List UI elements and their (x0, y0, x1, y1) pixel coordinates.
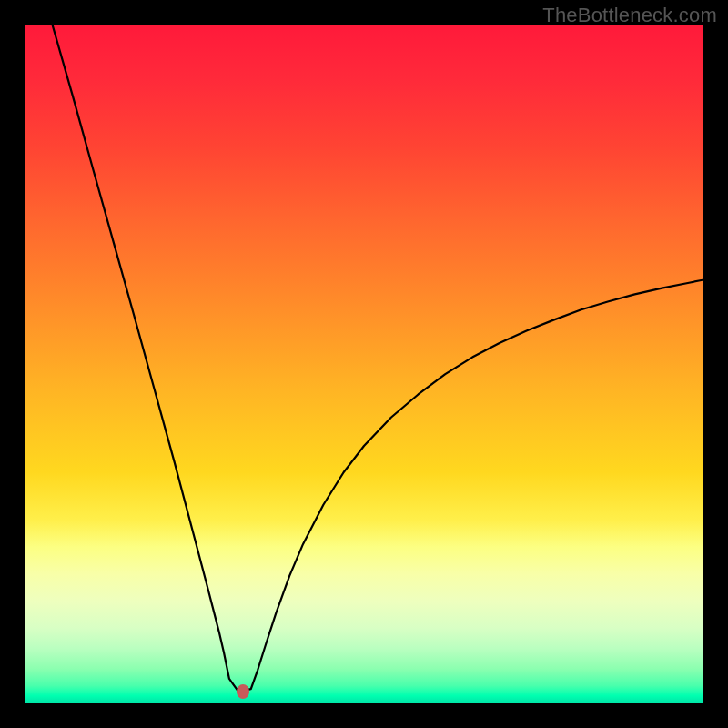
curve-line (53, 25, 703, 691)
chart-svg (25, 25, 703, 703)
watermark-text: TheBottleneck.com (542, 4, 717, 27)
data-point-marker (237, 684, 249, 699)
chart-plot-area (25, 25, 703, 703)
